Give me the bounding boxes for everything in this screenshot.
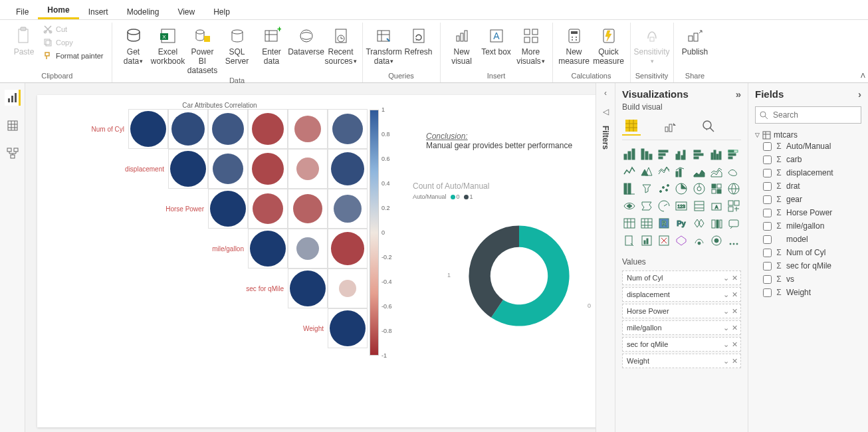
viz-type-icon[interactable] (726, 233, 741, 248)
viz-type-icon[interactable]: A (709, 199, 724, 213)
field-well[interactable]: Num of Cyl⌄✕ (622, 270, 741, 285)
viz-type-icon[interactable] (726, 164, 741, 179)
viz-type-icon[interactable] (639, 164, 654, 179)
field-row[interactable]: ΣHorse Power (755, 206, 861, 219)
field-row[interactable]: Σsec for qMile (755, 259, 861, 272)
expand-filters-icon[interactable]: ‹ (604, 88, 607, 98)
viz-type-icon[interactable] (657, 199, 671, 213)
sensitivity-button[interactable]: Sensitivity▾ (635, 23, 669, 66)
viz-type-icon[interactable] (622, 147, 637, 162)
chevron-down-icon[interactable]: ⌄ (723, 274, 729, 282)
fields-search[interactable] (755, 106, 861, 124)
viz-type-icon[interactable] (726, 216, 741, 231)
build-tab-analytics[interactable] (699, 117, 718, 136)
field-checkbox[interactable] (763, 222, 772, 231)
field-row[interactable]: Σgear (755, 193, 861, 206)
viz-type-icon[interactable] (709, 147, 724, 162)
more-visuals-button[interactable]: More visuals▾ (514, 23, 548, 66)
field-checkbox[interactable] (763, 209, 772, 217)
viz-type-icon[interactable] (622, 199, 637, 213)
text-box-button[interactable]: AText box (479, 23, 514, 57)
viz-type-icon[interactable] (709, 164, 724, 179)
viz-type-icon[interactable] (674, 233, 689, 248)
remove-icon[interactable]: ✕ (732, 307, 738, 316)
field-checkbox[interactable] (763, 249, 772, 257)
chevron-down-icon[interactable]: ⌄ (723, 324, 729, 332)
enter-data-button[interactable]: +Enter data (255, 23, 289, 66)
field-well[interactable]: Weight⌄✕ (622, 354, 741, 368)
chevron-down-icon[interactable]: ⌄ (723, 357, 729, 366)
viz-type-icon[interactable] (726, 147, 741, 162)
field-checkbox[interactable] (763, 235, 772, 244)
viz-type-icon[interactable]: 123 (674, 199, 689, 213)
correlation-visual[interactable]: Car Attributes Correlation Num of Cyldis… (72, 102, 368, 348)
viz-type-icon[interactable] (657, 233, 671, 248)
viz-type-icon[interactable] (726, 199, 741, 213)
new-measure-button[interactable]: New measure (557, 23, 592, 66)
viz-type-icon[interactable] (639, 199, 654, 213)
viz-type-icon[interactable] (639, 233, 654, 248)
chevron-down-icon[interactable]: ⌄ (723, 307, 729, 316)
field-row[interactable]: ΣWeight (755, 286, 861, 299)
field-row[interactable]: Σvs (755, 272, 861, 286)
viz-type-icon[interactable] (622, 181, 637, 196)
transform-data-button[interactable]: Transform data▾ (367, 23, 401, 66)
viz-type-icon[interactable] (622, 164, 637, 179)
viz-type-icon[interactable] (622, 233, 637, 248)
field-row[interactable]: ΣAuto/Manual (755, 140, 861, 153)
field-checkbox[interactable] (763, 156, 772, 164)
remove-icon[interactable]: ✕ (732, 274, 738, 282)
collapse-ribbon-icon[interactable]: ᐱ (861, 72, 865, 79)
viz-type-icon[interactable] (692, 233, 706, 248)
field-checkbox[interactable] (763, 182, 772, 191)
collapse-viz-icon[interactable]: » (736, 88, 741, 100)
field-checkbox[interactable] (763, 288, 772, 297)
remove-icon[interactable]: ✕ (732, 290, 738, 299)
conclusion-textbox[interactable]: Conclusion: Manual gear provides better … (426, 132, 599, 150)
viz-type-icon[interactable]: R (657, 216, 671, 231)
remove-icon[interactable]: ✕ (732, 340, 738, 349)
viz-type-icon[interactable] (692, 216, 706, 231)
paste-button[interactable]: Paste (7, 23, 41, 57)
field-row[interactable]: Σmile/gallon (755, 219, 861, 233)
refresh-button[interactable]: Refresh (401, 23, 436, 57)
field-well[interactable]: sec for qMile⌄✕ (622, 337, 741, 352)
field-checkbox[interactable] (763, 195, 772, 204)
recent-sources-button[interactable]: Recent sources▾ (324, 23, 358, 66)
field-row[interactable]: Σdrat (755, 179, 861, 193)
pbi-datasets-button[interactable]: Power BI datasets (185, 23, 220, 75)
menu-tab-help[interactable]: Help (204, 3, 239, 19)
cut-button[interactable]: Cut (41, 23, 105, 36)
remove-icon[interactable]: ✕ (732, 324, 738, 332)
model-view-button[interactable] (5, 146, 21, 162)
chevron-down-icon[interactable]: ⌄ (723, 340, 729, 349)
viz-type-icon[interactable] (726, 181, 741, 196)
viz-type-icon[interactable] (692, 181, 706, 196)
viz-type-icon[interactable] (692, 147, 706, 162)
build-tab-fields[interactable] (622, 117, 641, 136)
viz-type-icon[interactable] (622, 216, 637, 231)
field-well[interactable]: mile/gallon⌄✕ (622, 320, 741, 335)
build-tab-format[interactable] (661, 117, 679, 136)
quick-measure-button[interactable]: Quick measure (592, 23, 626, 66)
chevron-down-icon[interactable]: ⌄ (723, 290, 729, 299)
field-well[interactable]: Horse Power⌄✕ (622, 304, 741, 318)
viz-type-icon[interactable] (639, 216, 654, 231)
field-checkbox[interactable] (763, 142, 772, 151)
viz-type-icon[interactable] (709, 233, 724, 248)
field-checkbox[interactable] (763, 262, 772, 270)
field-row[interactable]: ΣNum of Cyl (755, 246, 861, 259)
viz-type-icon[interactable] (692, 199, 706, 213)
viz-type-icon[interactable]: Py (674, 216, 689, 231)
table-node[interactable]: ▽ mtcars (755, 130, 861, 140)
copy-button[interactable]: Copy (41, 36, 105, 49)
remove-icon[interactable]: ✕ (732, 357, 738, 366)
field-row[interactable]: model (755, 233, 861, 246)
menu-tab-insert[interactable]: Insert (79, 3, 118, 19)
format-painter-button[interactable]: Format painter (41, 49, 105, 62)
data-view-button[interactable] (5, 118, 21, 134)
get-data-button[interactable]: Get data▾ (116, 23, 151, 66)
new-visual-button[interactable]: New visual (445, 23, 479, 66)
donut-visual[interactable]: Count of Auto/Manual Auto/Manual 0 1 1 0 (413, 181, 625, 336)
report-page[interactable]: Car Attributes Correlation Num of Cyldis… (37, 95, 607, 427)
